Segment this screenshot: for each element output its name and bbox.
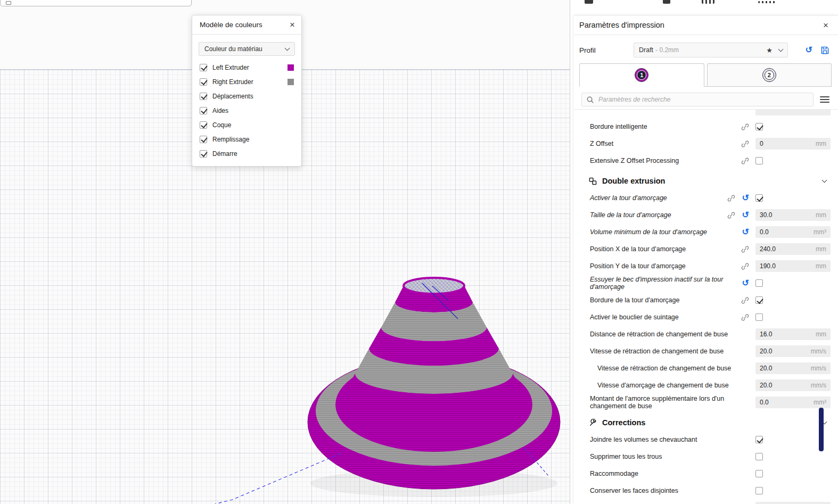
setting-row: Vitesse de rétraction de changement de b… [574, 360, 838, 377]
legend-checkbox[interactable] [200, 136, 207, 143]
reset-icon[interactable]: ↺ [742, 279, 749, 287]
setting-row: Joindre les volumes se chevauchant [574, 431, 838, 448]
profile-save-icon[interactable] [820, 46, 829, 55]
field-unit: mm/s [811, 348, 826, 355]
field-value: 20.0 [760, 348, 811, 355]
setting-label: Volume minimum de la tour d'amorçage [590, 228, 742, 236]
legend-checkbox[interactable] [200, 150, 207, 158]
setting-label: Activer la tour d'amorçage [590, 194, 727, 202]
setting-row: Conserver les faces disjointes [574, 482, 838, 499]
section-header[interactable]: Corrections [574, 411, 838, 431]
link-icon[interactable] [741, 157, 749, 165]
reset-icon[interactable]: ↺ [742, 228, 749, 236]
link-icon[interactable] [741, 262, 749, 270]
setting-icons: ↺ [742, 228, 749, 236]
setting-label: Vitesse d'amorçage de changement de buse [597, 382, 755, 389]
search-input[interactable] [598, 96, 809, 103]
field-value: 16.0 [760, 331, 816, 338]
setting-field[interactable]: 0mm [755, 138, 831, 150]
setting-icons: ↺ [742, 279, 749, 287]
setting-field[interactable]: 20.0mm/s [755, 379, 831, 391]
setting-field[interactable]: 190.0mm [755, 260, 831, 272]
legend-label: Aides [212, 107, 294, 114]
star-icon[interactable]: ★ [766, 46, 773, 54]
reset-icon[interactable]: ↺ [742, 194, 749, 202]
field-unit: mm [816, 140, 826, 147]
reset-icon[interactable]: ↺ [742, 211, 749, 219]
legend-checkbox[interactable] [200, 78, 207, 86]
setting-field[interactable]: 16.0mm [755, 328, 831, 340]
color-swatch [287, 79, 294, 85]
toolbar-icon-fragment[interactable] [663, 0, 670, 4]
legend-checkbox[interactable] [200, 93, 207, 100]
legend-checkbox[interactable] [200, 107, 207, 114]
chevron-down-icon[interactable] [823, 180, 826, 182]
setting-label: Vitesse de rétraction de changement de b… [597, 365, 755, 372]
setting-icons [741, 245, 749, 253]
setting-field[interactable]: 20.0mm/s [755, 362, 831, 374]
setting-field[interactable]: 0.0mm³ [755, 396, 831, 408]
scrollbar-thumb[interactable] [819, 408, 824, 451]
setting-label: Z Offset [590, 140, 741, 147]
setting-row: Montant de l'amorce supplémentaire lors … [574, 394, 838, 411]
setting-control: 30.0mm [755, 209, 831, 221]
setting-checkbox[interactable] [755, 157, 763, 164]
close-icon[interactable]: × [290, 20, 295, 29]
setting-row: Taille de la tour d'amorçage↺30.0mm [574, 206, 838, 224]
setting-field[interactable]: 0.15 [755, 502, 831, 504]
setting-checkbox[interactable] [755, 296, 763, 304]
color-legend-row: Déplacements [192, 89, 301, 103]
setting-label: Conserver les faces disjointes [590, 487, 755, 494]
setting-control: 0.0mm³ [755, 226, 831, 238]
link-icon[interactable] [727, 211, 735, 219]
setting-checkbox[interactable] [755, 279, 763, 287]
setting-row [574, 110, 838, 118]
link-icon[interactable] [741, 245, 749, 253]
setting-checkbox[interactable] [755, 194, 763, 202]
setting-checkbox[interactable] [755, 487, 763, 494]
toolbar-icon-fragment[interactable] [758, 1, 776, 3]
setting-icons [741, 123, 749, 131]
setting-field[interactable] [755, 110, 831, 115]
tab-extruder-1[interactable]: 1 [579, 63, 704, 86]
legend-label: Déplacements [212, 93, 294, 100]
toolbar-icon-fragment[interactable] [585, 0, 593, 4]
setting-checkbox[interactable] [755, 436, 763, 443]
setting-checkbox[interactable] [755, 453, 763, 460]
close-icon[interactable]: × [823, 21, 828, 30]
setting-checkbox[interactable] [755, 123, 763, 130]
setting-checkbox[interactable] [755, 313, 763, 321]
profile-dropdown[interactable]: Draft - 0.2mm ★ [634, 43, 788, 57]
viewport-panel-divider [570, 0, 570, 504]
legend-checkbox[interactable] [200, 64, 207, 71]
setting-checkbox[interactable] [755, 470, 763, 477]
legend-checkbox[interactable] [200, 121, 207, 129]
color-scheme-dropdown[interactable]: Couleur du matériau [199, 42, 295, 56]
setting-field[interactable]: 0.0mm³ [755, 226, 831, 238]
section-header[interactable]: Double extrusion [574, 169, 838, 189]
field-unit: mm [816, 211, 826, 219]
link-icon[interactable] [741, 296, 749, 304]
setting-control [755, 453, 831, 460]
legend-label: Démarre [212, 150, 294, 158]
cura-slicer-window: { "glyphs": { "close": "×", "reset": "↺"… [0, 0, 838, 504]
setting-field[interactable]: 20.0mm/s [755, 345, 831, 357]
link-icon[interactable] [741, 123, 749, 131]
setting-field[interactable]: 30.0mm [755, 209, 831, 221]
link-icon[interactable] [741, 140, 749, 148]
toolbar-icon-fragment[interactable] [702, 0, 714, 4]
setting-label: Vitesse de rétraction de changement de b… [590, 348, 755, 355]
setting-control: 0.0mm³ [755, 396, 831, 408]
setting-control: 20.0mm/s [755, 345, 831, 357]
link-icon[interactable] [741, 313, 749, 321]
field-value: 20.0 [760, 382, 811, 389]
link-icon[interactable] [727, 194, 735, 202]
setting-field[interactable]: 240.0mm [755, 243, 831, 255]
settings-menu-icon[interactable] [820, 96, 829, 103]
tab-extruder-2[interactable]: 2 [707, 63, 832, 86]
settings-search-box[interactable] [581, 93, 814, 106]
setting-label: Joindre les volumes se chevauchant [590, 436, 755, 443]
profile-reset-icon[interactable]: ↺ [806, 46, 812, 54]
object-name-bar[interactable] [0, 0, 192, 6]
field-unit: mm [816, 245, 826, 253]
